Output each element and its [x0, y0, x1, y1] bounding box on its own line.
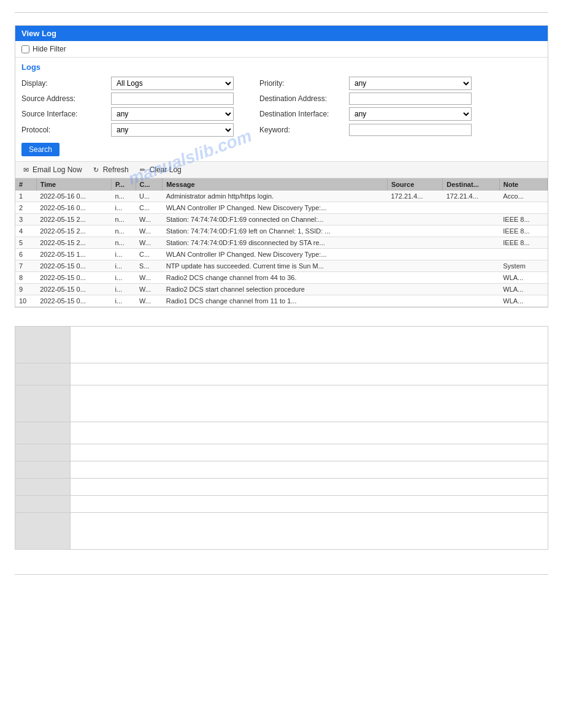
table-cell: W...	[136, 272, 163, 284]
bottom-table-body	[15, 327, 548, 550]
table-cell: W...	[136, 214, 163, 226]
col-note: Note	[499, 178, 547, 191]
table-cell: 10	[15, 295, 36, 307]
table-cell	[443, 272, 500, 284]
table-cell	[387, 237, 442, 249]
table-row	[15, 385, 548, 422]
table-cell: 2022-05-15 2...	[36, 226, 111, 237]
table-cell: 2022-05-15 0...	[36, 260, 111, 272]
table-cell	[499, 249, 547, 260]
table-cell	[387, 284, 442, 295]
table-cell	[443, 295, 500, 307]
source-interface-label: Source Interface:	[21, 110, 107, 118]
table-row[interactable]: 92022-05-15 0...i...W...Radio2 DCS start…	[15, 284, 548, 295]
col-time: Time	[36, 178, 111, 191]
source-address-input[interactable]	[111, 93, 234, 105]
table-cell	[387, 260, 442, 272]
table-cell	[443, 226, 500, 237]
priority-select[interactable]: any	[349, 77, 472, 90]
table-cell: i...	[111, 249, 136, 260]
table-cell: W...	[136, 295, 163, 307]
view-log-header: View Log	[15, 26, 548, 41]
refresh-icon: ↻	[92, 165, 101, 174]
bottom-divider	[15, 574, 548, 575]
table-cell	[443, 202, 500, 214]
table-cell: IEEE 8...	[499, 226, 547, 237]
table-cell: 172.21.4...	[443, 191, 500, 202]
table-cell: 1	[15, 191, 36, 202]
filter-grid: Display: All Logs Priority: any Source A…	[21, 77, 542, 137]
table-cell: 2022-05-15 0...	[36, 284, 111, 295]
email-log-label: Email Log Now	[33, 165, 82, 174]
top-divider	[15, 12, 548, 13]
table-cell: 6	[15, 249, 36, 260]
table-cell	[443, 260, 500, 272]
table-cell: 9	[15, 284, 36, 295]
protocol-label: Protocol:	[21, 126, 107, 134]
hide-filter-row[interactable]: Hide Filter	[15, 41, 548, 58]
view-log-panel: View Log Hide Filter Logs Display: All L…	[15, 25, 548, 308]
bottom-label-cell	[15, 422, 71, 444]
page-container: manualslib.com View Log Hide Filter Logs…	[15, 12, 548, 575]
table-row[interactable]: 62022-05-15 1...i...C...WLAN Controller …	[15, 249, 548, 260]
table-row[interactable]: 72022-05-15 0...i...S...NTP update has s…	[15, 260, 548, 272]
table-row[interactable]: 22022-05-16 0...i...C...WLAN Controller …	[15, 202, 548, 214]
table-cell: 2022-05-15 0...	[36, 272, 111, 284]
table-cell	[443, 237, 500, 249]
destination-interface-select[interactable]: any	[349, 107, 472, 121]
display-select[interactable]: All Logs	[111, 77, 234, 90]
protocol-select[interactable]: any	[111, 123, 234, 137]
table-row	[15, 422, 548, 444]
table-cell: 3	[15, 214, 36, 226]
log-table-header: # Time P... C... Message Source Destinat…	[15, 178, 548, 191]
table-cell: Station: 74:74:74:0D:F1:69 disconnected …	[163, 237, 388, 249]
table-cell: C...	[136, 249, 163, 260]
table-cell: 2022-05-15 2...	[36, 214, 111, 226]
keyword-label: Keyword:	[259, 126, 345, 134]
search-button[interactable]: Search	[21, 143, 59, 156]
display-label: Display:	[21, 79, 107, 88]
table-cell: WLA...	[499, 272, 547, 284]
email-log-link[interactable]: ✉ Email Log Now	[21, 165, 82, 174]
table-row	[15, 479, 548, 496]
table-row	[15, 444, 548, 461]
bottom-label-cell	[15, 363, 71, 385]
table-cell: n...	[111, 214, 136, 226]
table-cell	[443, 249, 500, 260]
table-row	[15, 496, 548, 513]
bottom-value-cell	[71, 327, 548, 363]
bottom-table-wrapper	[15, 326, 548, 550]
clear-icon: ✏	[139, 165, 147, 174]
table-cell: 8	[15, 272, 36, 284]
destination-address-input[interactable]	[349, 93, 472, 105]
table-cell: 2	[15, 202, 36, 214]
table-cell: 7	[15, 260, 36, 272]
table-cell: System	[499, 260, 547, 272]
bottom-value-cell	[71, 422, 548, 444]
table-cell: 2022-05-15 2...	[36, 237, 111, 249]
keyword-input[interactable]	[349, 124, 472, 136]
table-row[interactable]: 52022-05-15 2...n...W...Station: 74:74:7…	[15, 237, 548, 249]
source-interface-select[interactable]: any	[111, 107, 234, 121]
col-source: Source	[387, 178, 442, 191]
table-row[interactable]: 82022-05-15 0...i...W...Radio2 DCS chang…	[15, 272, 548, 284]
table-cell: WLAN Controller IP Changed. New Discover…	[163, 249, 388, 260]
table-row	[15, 327, 548, 363]
table-row[interactable]: 42022-05-15 2...n...W...Station: 74:74:7…	[15, 226, 548, 237]
col-message: Message	[163, 178, 388, 191]
source-address-label: Source Address:	[21, 94, 107, 103]
table-row[interactable]: 102022-05-15 0...i...W...Radio1 DCS chan…	[15, 295, 548, 307]
priority-label: Priority:	[259, 79, 345, 88]
table-cell: 2022-05-16 0...	[36, 202, 111, 214]
hide-filter-checkbox[interactable]	[21, 45, 29, 53]
table-cell: Radio1 DCS change channel from 11 to 1..…	[163, 295, 388, 307]
refresh-link[interactable]: ↻ Refresh	[92, 165, 129, 174]
destination-address-label: Destination Address:	[259, 94, 345, 103]
view-log-title: View Log	[21, 29, 56, 38]
clear-log-link[interactable]: ✏ Clear Log	[139, 165, 182, 174]
col-p: P...	[111, 178, 136, 191]
bottom-value-cell	[71, 444, 548, 461]
table-row[interactable]: 12022-05-16 0...n...U...Administrator ad…	[15, 191, 548, 202]
bottom-label-cell	[15, 327, 71, 363]
table-row[interactable]: 32022-05-15 2...n...W...Station: 74:74:7…	[15, 214, 548, 226]
